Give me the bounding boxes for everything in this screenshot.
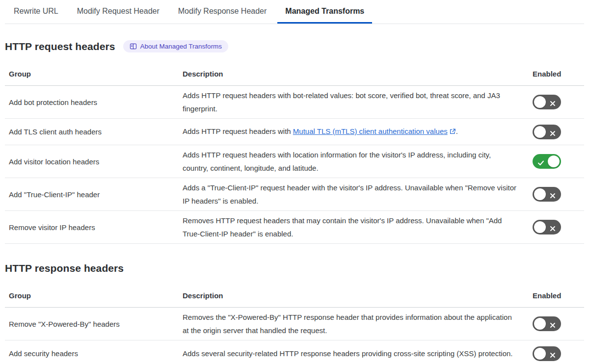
response-headers-title: HTTP response headers <box>5 262 124 274</box>
toggle-knob <box>534 318 546 330</box>
row-group-label: Add bot protection headers <box>5 93 183 112</box>
request-headers-title: HTTP request headers <box>5 41 115 52</box>
toggle-true-client-ip[interactable] <box>533 187 561 202</box>
table-row: Add TLS client auth headers Adds HTTP re… <box>5 119 584 145</box>
table-row: Remove "X-Powered-By" headers Removes th… <box>5 308 584 340</box>
mtls-values-link[interactable]: Mutual TLS (mTLS) client authentication … <box>293 127 448 135</box>
column-header-description: Description <box>183 59 533 85</box>
column-header-group: Group <box>5 281 183 307</box>
table-row: Add visitor location headers Adds HTTP r… <box>5 145 584 178</box>
x-icon <box>549 128 557 141</box>
tab-rewrite-url[interactable]: Rewrite URL <box>6 0 66 24</box>
row-description: Removes the "X-Powered-By" HTTP response… <box>183 308 533 340</box>
tab-managed-transforms[interactable]: Managed Transforms <box>277 0 372 24</box>
x-icon <box>549 190 557 204</box>
toggle-knob <box>534 348 546 360</box>
request-headers-table: Group Description Enabled Add bot protec… <box>5 59 584 244</box>
column-header-group: Group <box>5 59 183 85</box>
row-group-label: Add TLS client auth headers <box>5 122 183 141</box>
managed-transforms-page: Rewrite URL Modify Request Header Modify… <box>0 0 589 364</box>
toggle-tls-client-auth[interactable] <box>533 125 561 139</box>
tab-bar: Rewrite URL Modify Request Header Modify… <box>5 0 584 24</box>
toggle-remove-x-powered-by[interactable] <box>533 316 561 331</box>
row-description: Adds several security-related HTTP respo… <box>183 344 533 363</box>
column-header-enabled: Enabled <box>533 59 579 85</box>
request-headers-section-head: HTTP request headers About Managed Trans… <box>5 40 584 52</box>
badge-label: About Managed Transforms <box>140 43 222 50</box>
row-description: Adds HTTP request headers with location … <box>183 145 533 178</box>
x-icon <box>549 350 557 363</box>
row-group-label: Add security headers <box>5 344 183 363</box>
tab-modify-request-header[interactable]: Modify Request Header <box>69 0 167 24</box>
tab-modify-response-header[interactable]: Modify Response Header <box>170 0 275 24</box>
toggle-knob <box>548 156 560 167</box>
toggle-knob <box>534 126 546 138</box>
toggle-remove-visitor-ip[interactable] <box>533 220 561 234</box>
x-icon <box>549 223 557 236</box>
response-headers-table: Group Description Enabled Remove "X-Powe… <box>5 281 584 364</box>
table-row: Add bot protection headers Adds HTTP req… <box>5 86 584 119</box>
row-description: Adds a "True-Client-IP" request header w… <box>183 178 533 210</box>
row-group-label: Remove "X-Powered-By" headers <box>5 314 183 334</box>
table-header-row: Group Description Enabled <box>5 281 584 308</box>
row-description: Adds HTTP request headers with Mutual TL… <box>183 122 533 142</box>
toggle-knob <box>534 96 546 108</box>
table-header-row: Group Description Enabled <box>5 59 584 86</box>
table-row: Add "True-Client-IP" header Adds a "True… <box>5 178 584 211</box>
row-group-label: Remove visitor IP headers <box>5 218 183 237</box>
description-text: Adds HTTP request headers with <box>183 127 293 135</box>
response-headers-section-head: HTTP response headers <box>5 262 584 274</box>
toggle-visitor-location[interactable] <box>533 154 561 169</box>
toggle-add-security-headers[interactable] <box>533 346 561 361</box>
row-description: Adds HTTP request headers with bot-relat… <box>183 86 533 118</box>
row-description: Removes HTTP request headers that may co… <box>183 211 533 243</box>
table-row: Add security headers Adds several securi… <box>5 340 584 364</box>
row-group-label: Add visitor location headers <box>5 152 183 171</box>
x-icon <box>549 98 557 111</box>
check-icon <box>537 157 545 171</box>
external-link-icon <box>449 126 456 139</box>
description-text: . <box>456 127 458 135</box>
row-group-label: Add "True-Client-IP" header <box>5 185 183 204</box>
column-header-enabled: Enabled <box>533 281 579 307</box>
about-managed-transforms-badge[interactable]: About Managed Transforms <box>123 40 229 52</box>
book-icon <box>130 43 137 50</box>
column-header-description: Description <box>183 281 533 307</box>
table-row: Remove visitor IP headers Removes HTTP r… <box>5 211 584 244</box>
toggle-bot-protection[interactable] <box>533 95 561 109</box>
x-icon <box>549 320 557 333</box>
toggle-knob <box>534 221 546 233</box>
toggle-knob <box>534 188 546 200</box>
